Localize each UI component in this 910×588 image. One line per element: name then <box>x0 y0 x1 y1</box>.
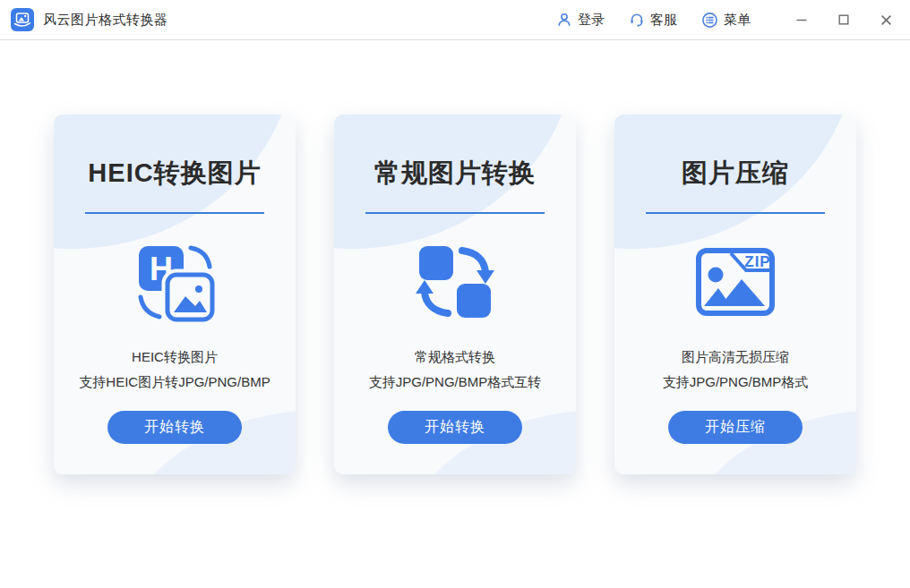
zip-label: ZIP <box>744 253 770 270</box>
title-underline <box>646 212 825 214</box>
close-icon <box>880 14 892 26</box>
minimize-button[interactable] <box>786 0 817 39</box>
headset-icon <box>629 12 645 28</box>
card-title: HEIC转换图片 <box>88 156 261 192</box>
start-compress-button[interactable]: 开始压缩 <box>668 411 803 444</box>
start-convert-button-regular[interactable]: 开始转换 <box>388 411 522 444</box>
card-description: 常规格式转换 支持JPG/PNG/BMP格式互转 <box>369 345 542 395</box>
customer-service-button[interactable]: 客服 <box>629 12 677 29</box>
maximize-button[interactable] <box>828 0 859 39</box>
close-button[interactable] <box>871 0 901 39</box>
window-controls <box>775 0 901 39</box>
menu-label: 菜单 <box>724 12 751 29</box>
start-convert-button-heic[interactable]: 开始转换 <box>107 411 242 444</box>
login-label: 登录 <box>578 12 605 29</box>
card-heic-convert: HEIC转换图片 H HEIC转换图片 支持HEIC图片转JPG/PNG/BMP… <box>54 115 296 474</box>
swap-squares-icon <box>410 237 500 327</box>
app-title: 风云图片格式转换器 <box>43 12 168 29</box>
customer-service-label: 客服 <box>650 12 677 29</box>
login-button[interactable]: 登录 <box>556 12 605 29</box>
card-desc-line1: 常规格式转换 <box>369 345 542 370</box>
feature-cards: HEIC转换图片 H HEIC转换图片 支持HEIC图片转JPG/PNG/BMP… <box>0 115 910 474</box>
titlebar-actions: 登录 客服 菜单 <box>556 0 910 39</box>
maximize-icon <box>838 14 849 25</box>
card-image-compress: 图片压缩 ZIP 图片高清无损压缩 支持JPG/PNG/BMP格式 开始压缩 <box>614 115 856 474</box>
card-desc-line2: 支持JPG/PNG/BMP格式 <box>663 370 809 395</box>
title-underline <box>365 212 545 214</box>
title-underline <box>85 212 264 214</box>
card-title: 常规图片转换 <box>374 156 536 192</box>
menu-list-icon <box>701 12 718 29</box>
minimize-icon <box>796 14 807 25</box>
card-regular-convert: 常规图片转换 常规格式转换 支持JPG/PNG/BMP格式互转 开始转换 <box>334 115 576 474</box>
card-desc-line2: 支持HEIC图片转JPG/PNG/BMP <box>79 370 270 395</box>
card-desc-line2: 支持JPG/PNG/BMP格式互转 <box>369 370 542 395</box>
card-desc-line1: 图片高清无损压缩 <box>663 345 809 370</box>
menu-button[interactable]: 菜单 <box>701 12 751 29</box>
heic-image-icon: H <box>130 237 219 327</box>
user-icon <box>556 12 572 28</box>
zip-image-icon: ZIP <box>691 237 780 327</box>
card-description: 图片高清无损压缩 支持JPG/PNG/BMP格式 <box>663 345 809 395</box>
card-desc-line1: HEIC转换图片 <box>79 345 270 370</box>
card-title: 图片压缩 <box>682 156 789 192</box>
card-description: HEIC转换图片 支持HEIC图片转JPG/PNG/BMP <box>79 345 270 395</box>
titlebar: 风云图片格式转换器 登录 客服 <box>0 0 910 40</box>
app-logo-icon <box>11 8 34 31</box>
